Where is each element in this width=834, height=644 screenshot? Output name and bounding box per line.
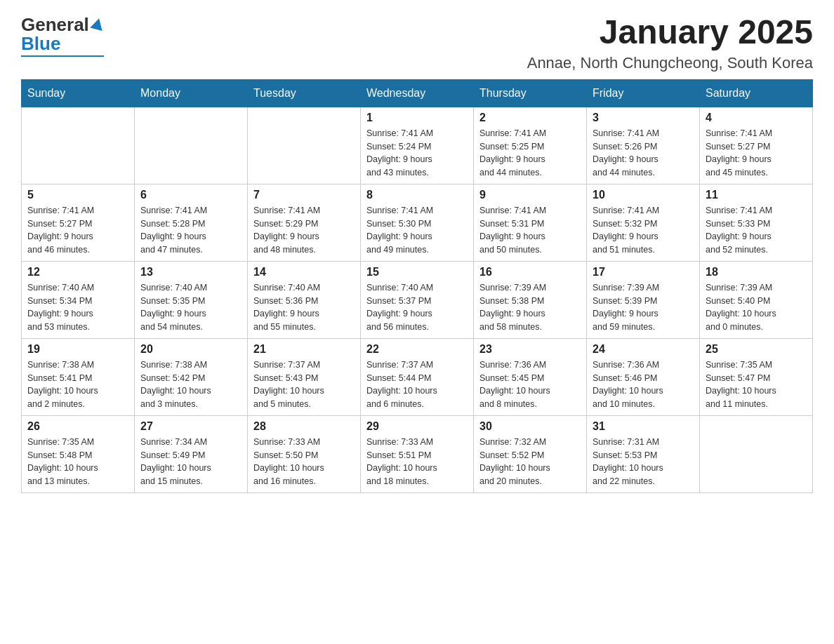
calendar-week-1: 1Sunrise: 7:41 AMSunset: 5:24 PMDaylight… <box>22 107 813 184</box>
weekday-header-row: SundayMondayTuesdayWednesdayThursdayFrid… <box>22 79 813 107</box>
calendar-week-3: 12Sunrise: 7:40 AMSunset: 5:34 PMDayligh… <box>22 261 813 338</box>
calendar-cell: 28Sunrise: 7:33 AMSunset: 5:50 PMDayligh… <box>248 415 361 492</box>
calendar-cell: 24Sunrise: 7:36 AMSunset: 5:46 PMDayligh… <box>587 338 700 415</box>
day-info: Sunrise: 7:39 AMSunset: 5:38 PMDaylight:… <box>479 281 581 334</box>
calendar-cell: 9Sunrise: 7:41 AMSunset: 5:31 PMDaylight… <box>474 184 587 261</box>
day-number: 18 <box>706 266 807 279</box>
day-number: 10 <box>593 189 694 201</box>
day-number: 25 <box>706 343 807 356</box>
logo-underline <box>21 55 104 57</box>
day-info: Sunrise: 7:34 AMSunset: 5:49 PMDaylight:… <box>140 436 241 488</box>
day-number: 11 <box>706 189 807 201</box>
day-number: 21 <box>253 343 355 356</box>
day-info: Sunrise: 7:41 AMSunset: 5:25 PMDaylight:… <box>479 127 581 180</box>
day-number: 15 <box>366 266 468 279</box>
calendar-cell: 1Sunrise: 7:41 AMSunset: 5:24 PMDaylight… <box>361 107 474 184</box>
calendar-cell <box>135 107 248 184</box>
calendar-cell: 26Sunrise: 7:35 AMSunset: 5:48 PMDayligh… <box>22 415 135 492</box>
page-header: General Blue January 2025 Annae, North C… <box>21 14 813 72</box>
page-title: January 2025 <box>527 14 813 51</box>
day-info: Sunrise: 7:41 AMSunset: 5:26 PMDaylight:… <box>593 127 694 180</box>
calendar-cell: 19Sunrise: 7:38 AMSunset: 5:41 PMDayligh… <box>22 338 135 415</box>
day-number: 7 <box>253 189 355 201</box>
day-number: 24 <box>593 343 694 356</box>
calendar-cell <box>248 107 361 184</box>
day-number: 12 <box>27 266 128 279</box>
weekday-header-sunday: Sunday <box>22 79 135 107</box>
calendar-cell <box>22 107 135 184</box>
day-number: 8 <box>366 189 468 201</box>
day-number: 31 <box>593 420 694 433</box>
day-info: Sunrise: 7:40 AMSunset: 5:36 PMDaylight:… <box>253 281 355 334</box>
calendar-cell: 14Sunrise: 7:40 AMSunset: 5:36 PMDayligh… <box>248 261 361 338</box>
day-number: 4 <box>706 112 807 124</box>
day-info: Sunrise: 7:33 AMSunset: 5:50 PMDaylight:… <box>253 436 355 488</box>
day-info: Sunrise: 7:37 AMSunset: 5:43 PMDaylight:… <box>253 358 355 411</box>
weekday-header-saturday: Saturday <box>700 79 813 107</box>
weekday-header-friday: Friday <box>587 79 700 107</box>
calendar-cell: 25Sunrise: 7:35 AMSunset: 5:47 PMDayligh… <box>700 338 813 415</box>
title-block: January 2025 Annae, North Chungcheong, S… <box>527 14 813 72</box>
calendar-cell: 23Sunrise: 7:36 AMSunset: 5:45 PMDayligh… <box>474 338 587 415</box>
weekday-header-tuesday: Tuesday <box>248 79 361 107</box>
logo-blue-text: Blue <box>21 33 60 55</box>
day-info: Sunrise: 7:41 AMSunset: 5:27 PMDaylight:… <box>27 204 128 257</box>
day-info: Sunrise: 7:36 AMSunset: 5:46 PMDaylight:… <box>593 358 694 411</box>
calendar-cell: 30Sunrise: 7:32 AMSunset: 5:52 PMDayligh… <box>474 415 587 492</box>
logo-triangle-icon <box>90 16 105 30</box>
day-number: 26 <box>27 420 128 433</box>
calendar-body: 1Sunrise: 7:41 AMSunset: 5:24 PMDaylight… <box>22 107 813 492</box>
day-info: Sunrise: 7:38 AMSunset: 5:41 PMDaylight:… <box>27 358 128 411</box>
calendar-cell: 17Sunrise: 7:39 AMSunset: 5:39 PMDayligh… <box>587 261 700 338</box>
day-info: Sunrise: 7:32 AMSunset: 5:52 PMDaylight:… <box>479 436 581 488</box>
calendar-week-4: 19Sunrise: 7:38 AMSunset: 5:41 PMDayligh… <box>22 338 813 415</box>
day-number: 29 <box>366 420 468 433</box>
day-info: Sunrise: 7:41 AMSunset: 5:27 PMDaylight:… <box>706 127 807 180</box>
day-info: Sunrise: 7:38 AMSunset: 5:42 PMDaylight:… <box>140 358 241 411</box>
page-subtitle: Annae, North Chungcheong, South Korea <box>527 54 813 72</box>
weekday-header-wednesday: Wednesday <box>361 79 474 107</box>
calendar-cell: 7Sunrise: 7:41 AMSunset: 5:29 PMDaylight… <box>248 184 361 261</box>
day-info: Sunrise: 7:41 AMSunset: 5:31 PMDaylight:… <box>479 204 581 257</box>
weekday-header-monday: Monday <box>135 79 248 107</box>
calendar-week-2: 5Sunrise: 7:41 AMSunset: 5:27 PMDaylight… <box>22 184 813 261</box>
day-number: 22 <box>366 343 468 356</box>
calendar-cell: 22Sunrise: 7:37 AMSunset: 5:44 PMDayligh… <box>361 338 474 415</box>
day-number: 17 <box>593 266 694 279</box>
logo: General Blue <box>21 14 104 57</box>
day-number: 20 <box>140 343 241 356</box>
day-number: 5 <box>27 189 128 201</box>
day-info: Sunrise: 7:41 AMSunset: 5:28 PMDaylight:… <box>140 204 241 257</box>
day-info: Sunrise: 7:40 AMSunset: 5:34 PMDaylight:… <box>27 281 128 334</box>
day-info: Sunrise: 7:41 AMSunset: 5:30 PMDaylight:… <box>366 204 468 257</box>
day-info: Sunrise: 7:39 AMSunset: 5:39 PMDaylight:… <box>593 281 694 334</box>
day-number: 30 <box>479 420 581 433</box>
day-info: Sunrise: 7:40 AMSunset: 5:37 PMDaylight:… <box>366 281 468 334</box>
calendar-cell: 8Sunrise: 7:41 AMSunset: 5:30 PMDaylight… <box>361 184 474 261</box>
day-number: 14 <box>253 266 355 279</box>
calendar-cell: 31Sunrise: 7:31 AMSunset: 5:53 PMDayligh… <box>587 415 700 492</box>
day-info: Sunrise: 7:39 AMSunset: 5:40 PMDaylight:… <box>706 281 807 334</box>
day-info: Sunrise: 7:35 AMSunset: 5:48 PMDaylight:… <box>27 436 128 488</box>
day-number: 27 <box>140 420 241 433</box>
day-info: Sunrise: 7:41 AMSunset: 5:24 PMDaylight:… <box>366 127 468 180</box>
calendar-header: SundayMondayTuesdayWednesdayThursdayFrid… <box>22 79 813 107</box>
calendar-cell: 2Sunrise: 7:41 AMSunset: 5:25 PMDaylight… <box>474 107 587 184</box>
day-info: Sunrise: 7:33 AMSunset: 5:51 PMDaylight:… <box>366 436 468 488</box>
day-info: Sunrise: 7:41 AMSunset: 5:29 PMDaylight:… <box>253 204 355 257</box>
day-number: 6 <box>140 189 241 201</box>
calendar-cell: 15Sunrise: 7:40 AMSunset: 5:37 PMDayligh… <box>361 261 474 338</box>
day-number: 3 <box>593 112 694 124</box>
calendar-week-5: 26Sunrise: 7:35 AMSunset: 5:48 PMDayligh… <box>22 415 813 492</box>
calendar-cell: 4Sunrise: 7:41 AMSunset: 5:27 PMDaylight… <box>700 107 813 184</box>
day-number: 16 <box>479 266 581 279</box>
day-info: Sunrise: 7:37 AMSunset: 5:44 PMDaylight:… <box>366 358 468 411</box>
calendar-cell: 3Sunrise: 7:41 AMSunset: 5:26 PMDaylight… <box>587 107 700 184</box>
day-info: Sunrise: 7:36 AMSunset: 5:45 PMDaylight:… <box>479 358 581 411</box>
weekday-header-thursday: Thursday <box>474 79 587 107</box>
calendar-cell: 5Sunrise: 7:41 AMSunset: 5:27 PMDaylight… <box>22 184 135 261</box>
day-info: Sunrise: 7:40 AMSunset: 5:35 PMDaylight:… <box>140 281 241 334</box>
day-info: Sunrise: 7:35 AMSunset: 5:47 PMDaylight:… <box>706 358 807 411</box>
day-number: 1 <box>366 112 468 124</box>
calendar-cell: 18Sunrise: 7:39 AMSunset: 5:40 PMDayligh… <box>700 261 813 338</box>
